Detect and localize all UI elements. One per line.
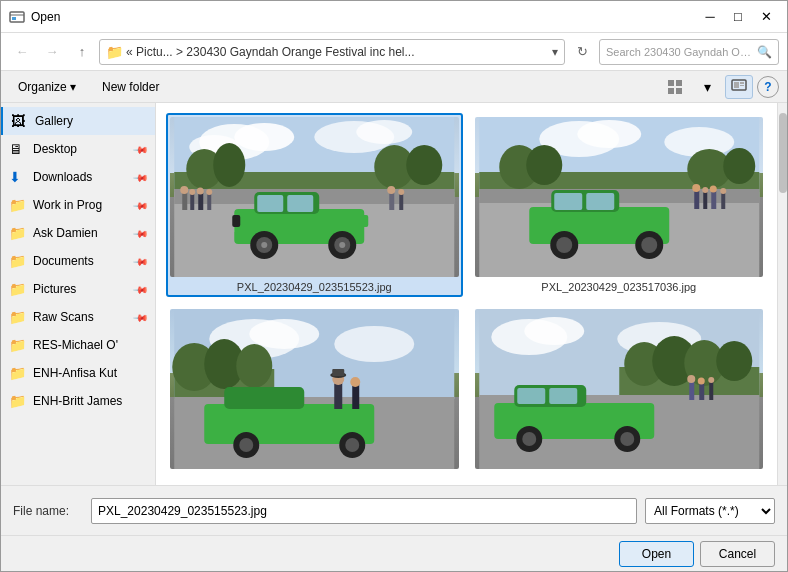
breadcrumb[interactable]: 📁 « Pictu... > 230430 Gayndah Orange Fes…: [99, 39, 565, 65]
photo-thumb-3: [170, 309, 459, 469]
scrollbar-thumb[interactable]: [779, 113, 787, 193]
desktop-icon: 🖥: [9, 141, 27, 157]
view-dropdown-button[interactable]: ▾: [693, 75, 721, 99]
sidebar-label-enh-anfisa: ENH-Anfisa Kut: [33, 366, 147, 380]
back-button[interactable]: ←: [9, 39, 35, 65]
res-michael-folder-icon: 📁: [9, 337, 27, 353]
search-bar[interactable]: Search 230430 Gayndah Ora... 🔍: [599, 39, 779, 65]
photo-thumb-1: [170, 117, 459, 277]
nav-bar: ← → ↑ 📁 « Pictu... > 230430 Gayndah Oran…: [1, 33, 787, 71]
organize-button[interactable]: Organize ▾: [9, 75, 85, 99]
svg-point-58: [723, 148, 755, 184]
enh-anfisa-folder-icon: 📁: [9, 365, 27, 381]
cancel-button[interactable]: Cancel: [700, 541, 775, 567]
svg-rect-2: [668, 80, 674, 86]
window-controls: ─ □ ✕: [697, 4, 779, 30]
svg-point-70: [692, 184, 700, 192]
svg-rect-87: [224, 387, 304, 409]
svg-rect-9: [740, 85, 744, 86]
pin-icon-ask-damien: 📌: [133, 225, 149, 241]
pin-icon-desktop: 📌: [133, 141, 149, 157]
svg-point-74: [709, 186, 716, 193]
svg-rect-38: [182, 192, 187, 210]
forward-button[interactable]: →: [39, 39, 65, 65]
filename-input[interactable]: [91, 498, 637, 524]
svg-rect-5: [676, 88, 682, 94]
gallery-icon: 🖼: [11, 113, 29, 129]
main-panel: PXL_20230429_023515523.jpg: [156, 103, 777, 485]
svg-rect-63: [554, 193, 582, 210]
photo-item-3[interactable]: [166, 305, 463, 477]
svg-point-68: [641, 237, 657, 253]
photo-label-1: PXL_20230429_023515523.jpg: [237, 281, 392, 293]
minimize-button[interactable]: ─: [697, 4, 723, 30]
svg-point-12: [234, 123, 294, 151]
close-button[interactable]: ✕: [753, 4, 779, 30]
sidebar-label-ask-damien: Ask Damien: [33, 226, 129, 240]
sidebar-item-res-michael[interactable]: 📁 RES-Michael O': [1, 331, 155, 359]
raw-scans-folder-icon: 📁: [9, 309, 27, 325]
sidebar-item-work-in-prog[interactable]: 📁 Work in Prog 📌: [1, 191, 155, 219]
sidebar-label-work-in-prog: Work in Prog: [33, 198, 129, 212]
svg-rect-44: [207, 194, 211, 210]
svg-point-79: [249, 319, 319, 349]
view-preview-button[interactable]: [725, 75, 753, 99]
svg-rect-64: [586, 193, 614, 210]
sidebar-item-downloads[interactable]: ⬇ Downloads 📌: [1, 163, 155, 191]
up-button[interactable]: ↑: [69, 39, 95, 65]
svg-rect-46: [389, 192, 394, 210]
svg-rect-69: [694, 190, 699, 209]
svg-rect-91: [332, 369, 344, 376]
sidebar-item-enh-britt[interactable]: 📁 ENH-Britt James: [1, 387, 155, 415]
svg-rect-118: [699, 383, 704, 400]
open-dialog: Open ─ □ ✕ ← → ↑ 📁 « Pictu... > 230430 G…: [0, 0, 788, 572]
help-button[interactable]: ?: [757, 76, 779, 98]
svg-rect-75: [721, 193, 725, 209]
sidebar-item-desktop[interactable]: 🖥 Desktop 📌: [1, 135, 155, 163]
svg-rect-88: [334, 381, 342, 409]
svg-point-119: [697, 378, 704, 385]
svg-point-117: [687, 375, 695, 383]
sidebar-item-ask-damien[interactable]: 📁 Ask Damien 📌: [1, 219, 155, 247]
photo-item-4[interactable]: [471, 305, 768, 477]
new-folder-button[interactable]: New folder: [93, 75, 168, 99]
format-select[interactable]: All Formats (*.*) JPEG (*.jpg) PNG (*.pn…: [645, 498, 775, 524]
sidebar-label-raw-scans: Raw Scans: [33, 310, 129, 324]
svg-point-32: [261, 242, 267, 248]
window-title: Open: [31, 10, 697, 24]
work-folder-icon: 📁: [9, 197, 27, 213]
svg-point-15: [356, 120, 412, 144]
svg-rect-29: [287, 195, 313, 212]
refresh-button[interactable]: ↻: [569, 39, 595, 65]
maximize-button[interactable]: □: [725, 4, 751, 30]
open-button[interactable]: Open: [619, 541, 694, 567]
breadcrumb-dropdown-icon[interactable]: ▾: [552, 45, 558, 59]
svg-rect-73: [711, 191, 716, 209]
sidebar-item-enh-anfisa[interactable]: 📁 ENH-Anfisa Kut: [1, 359, 155, 387]
pin-icon-pictures: 📌: [133, 281, 149, 297]
sidebar-item-raw-scans[interactable]: 📁 Raw Scans 📌: [1, 303, 155, 331]
pictures-folder-icon: 📁: [9, 281, 27, 297]
photo-item-2[interactable]: PXL_20230429_023517036.jpg: [471, 113, 768, 297]
action-bar: Open Cancel: [1, 535, 787, 571]
svg-point-39: [180, 186, 188, 194]
svg-point-80: [334, 326, 414, 362]
sidebar-item-pictures[interactable]: 📁 Pictures 📌: [1, 275, 155, 303]
toolbar-right: ▾ ?: [661, 75, 779, 99]
svg-point-66: [556, 237, 572, 253]
ask-damien-folder-icon: 📁: [9, 225, 27, 241]
svg-point-20: [406, 145, 442, 185]
photo-label-2: PXL_20230429_023517036.jpg: [541, 281, 696, 293]
svg-rect-71: [703, 192, 707, 209]
sidebar-item-documents[interactable]: 📁 Documents 📌: [1, 247, 155, 275]
scrollbar-vertical[interactable]: [777, 103, 787, 485]
svg-rect-40: [190, 194, 194, 210]
pin-icon-raw-scans: 📌: [133, 309, 149, 325]
sidebar-item-gallery[interactable]: 🖼 Gallery: [1, 107, 155, 135]
view-extra-button[interactable]: [661, 75, 689, 99]
svg-rect-8: [740, 82, 744, 84]
svg-point-72: [702, 187, 708, 193]
photo-item-1[interactable]: PXL_20230429_023515523.jpg: [166, 113, 463, 297]
sidebar-label-res-michael: RES-Michael O': [33, 338, 147, 352]
documents-folder-icon: 📁: [9, 253, 27, 269]
